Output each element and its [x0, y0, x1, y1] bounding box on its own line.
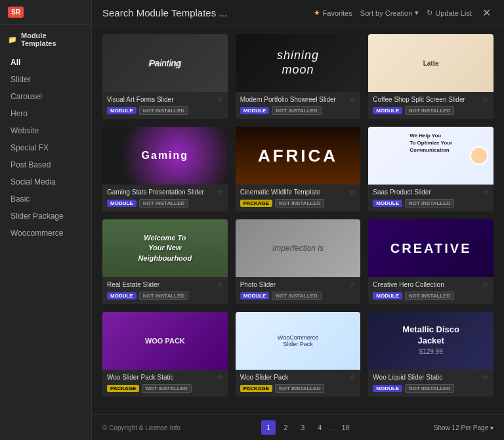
update-label: Update List [435, 9, 472, 17]
card-favorite-5[interactable]: ☆ [349, 188, 356, 196]
card-favorite-6[interactable]: ☆ [482, 188, 489, 196]
card-type-tag-3: MODULE [373, 107, 402, 114]
sidebar-item-post-based[interactable]: Post Based [0, 156, 91, 173]
card-favorite-12[interactable]: ☆ [482, 373, 489, 382]
card-favorite-10[interactable]: ☆ [217, 373, 223, 382]
card-info-1: Visual Art Forms Slider ☆ MODULE NOT INS… [102, 92, 228, 119]
page-title: Search Module Templates ... [102, 7, 306, 18]
sidebar-item-slider[interactable]: Slider [0, 71, 91, 88]
template-card-8[interactable]: Imperfection is Photo Slider ☆ MODULE NO… [236, 219, 361, 304]
page-btn-2[interactable]: 2 [278, 420, 293, 435]
sidebar-item-website[interactable]: Website [0, 122, 91, 139]
card-title-5: Cinematic Wildlife Template [240, 188, 347, 196]
card-favorite-3[interactable]: ☆ [482, 95, 489, 104]
template-card-4[interactable]: Gaming Gaming Stats Presentation Slider … [102, 127, 228, 211]
card-title-row-8: Photo Slider ☆ [240, 280, 356, 289]
card-info-12: Woo Liquid Slider Static ☆ MODULE NOT IN… [368, 370, 494, 397]
card-tags-11: PACKAGE NOT INSTALLED [240, 384, 356, 393]
logo-area: SR [0, 0, 91, 25]
template-card-9[interactable]: CREATIVE Creative Hero Collection ☆ MODU… [368, 219, 494, 304]
card-thumbnail-1: Painting [102, 34, 228, 92]
card-status-tag-4: NOT INSTALLED [139, 199, 188, 208]
card-favorite-8[interactable]: ☆ [349, 280, 356, 289]
template-card-12[interactable]: Metallic DiscoJacket$129.99 Woo Liquid S… [368, 312, 494, 397]
coffee-title: Latte [423, 60, 439, 67]
template-card-2[interactable]: shiningmoon Modern Portfolio Showreel Sl… [236, 34, 361, 119]
saas-title: We Help YouTo Optimize YourCommunication [410, 132, 452, 154]
card-tags-12: MODULE NOT INSTALLED [373, 384, 489, 393]
sidebar-item-all[interactable]: All [0, 54, 91, 71]
per-page-select[interactable]: Show 12 Per Page ▾ [434, 424, 494, 431]
sidebar-item-woocommerce[interactable]: Woocommerce [0, 225, 91, 242]
card-title-row-1: Visual Art Forms Slider ☆ [107, 95, 223, 104]
card-title-row-3: Coffee Shop Split Screen Slider ☆ [373, 95, 489, 104]
sidebar-item-social-media[interactable]: Social Media [0, 173, 91, 190]
card-tags-1: MODULE NOT INSTALLED [107, 106, 223, 115]
template-grid: Painting Visual Art Forms Slider ☆ MODUL… [102, 34, 494, 397]
main-panel: Search Module Templates ... ★ Favorites … [92, 0, 504, 440]
sort-button[interactable]: Sort by Creation ▾ [360, 9, 419, 17]
card-title-9: Creative Hero Collection [373, 280, 480, 289]
sidebar-item-special-fx[interactable]: Special FX [0, 139, 91, 156]
favorites-label: Favorites [323, 9, 352, 17]
page-btn-4[interactable]: 4 [312, 420, 327, 435]
card-title-row-2: Modern Portfolio Showreel Slider ☆ [240, 95, 356, 104]
card-status-tag-2: NOT INSTALLED [272, 106, 321, 115]
card-type-tag-9: MODULE [373, 292, 402, 299]
template-card-7[interactable]: Welcome ToYour NewNeighbourhood Real Est… [102, 219, 228, 304]
template-card-11[interactable]: WooCommerceSlider Pack Woo Slider Pack ☆… [236, 312, 361, 397]
card-status-tag-7: NOT INSTALLED [139, 292, 188, 300]
card-thumbnail-3: Latte [368, 34, 494, 92]
sidebar: SR 📁 Module Templates All Slider Carouse… [0, 0, 92, 440]
page-btn-3[interactable]: 3 [295, 420, 310, 435]
logo-badge: SR [8, 7, 24, 18]
card-status-tag-3: NOT INSTALLED [405, 106, 454, 115]
close-button[interactable]: ✕ [480, 7, 494, 19]
update-list-button[interactable]: ↻ Update List [427, 9, 472, 17]
card-favorite-4[interactable]: ☆ [217, 188, 223, 196]
favorites-button[interactable]: ★ Favorites [314, 9, 352, 17]
star-icon: ★ [314, 9, 320, 17]
template-card-3[interactable]: Latte Coffee Shop Split Screen Slider ☆ … [368, 34, 494, 119]
card-favorite-1[interactable]: ☆ [217, 95, 223, 104]
card-status-tag-9: NOT INSTALLED [405, 292, 454, 300]
card-title-12: Woo Liquid Slider Static [373, 373, 480, 382]
card-type-tag-2: MODULE [240, 107, 270, 114]
copyright-text: © Copyright & License Info [102, 424, 180, 431]
template-card-5[interactable]: AFRICA Cinematic Wildlife Template ☆ PAC… [236, 127, 361, 211]
card-status-tag-10: NOT INSTALLED [142, 384, 191, 393]
card-thumbnail-6: We Help YouTo Optimize YourCommunication [368, 127, 494, 185]
card-thumbnail-7: Welcome ToYour NewNeighbourhood [102, 219, 228, 277]
card-status-tag-11: NOT INSTALLED [275, 384, 324, 393]
card-type-tag-7: MODULE [107, 292, 136, 299]
sidebar-nav: All Slider Carousel Hero Website Special… [0, 51, 91, 440]
card-info-6: Saas Product Slider ☆ MODULE NOT INSTALL… [368, 185, 494, 211]
card-tags-7: MODULE NOT INSTALLED [107, 292, 223, 300]
card-info-5: Cinematic Wildlife Template ☆ PACKAGE NO… [236, 185, 361, 211]
template-card-10[interactable]: WOO PACK Woo Slider Pack Static ☆ PACKAG… [102, 312, 228, 397]
card-favorite-2[interactable]: ☆ [349, 95, 356, 104]
card-tags-9: MODULE NOT INSTALLED [373, 292, 489, 300]
sidebar-item-carousel[interactable]: Carousel [0, 88, 91, 105]
card-thumbnail-10: WOO PACK [102, 312, 228, 370]
card-favorite-11[interactable]: ☆ [349, 373, 356, 382]
folder-icon: 📁 [8, 35, 17, 44]
card-thumbnail-9: CREATIVE [368, 219, 494, 277]
card-tags-4: MODULE NOT INSTALLED [107, 199, 223, 208]
sidebar-section-header: 📁 Module Templates [0, 25, 91, 51]
card-title-row-5: Cinematic Wildlife Template ☆ [240, 188, 356, 196]
header-actions: ★ Favorites Sort by Creation ▾ ↻ Update … [314, 7, 494, 19]
sidebar-section-label: Module Templates [21, 32, 83, 47]
page-btn-18[interactable]: 18 [339, 420, 353, 435]
card-favorite-9[interactable]: ☆ [482, 280, 489, 289]
sidebar-item-basic[interactable]: Basic [0, 190, 91, 208]
sidebar-item-slider-package[interactable]: Slider Package [0, 208, 91, 225]
card-type-tag-5: PACKAGE [240, 200, 272, 207]
card-type-tag-4: MODULE [107, 200, 136, 207]
sidebar-item-hero[interactable]: Hero [0, 105, 91, 122]
card-favorite-7[interactable]: ☆ [217, 280, 223, 289]
card-status-tag-6: NOT INSTALLED [405, 199, 454, 208]
template-card-1[interactable]: Painting Visual Art Forms Slider ☆ MODUL… [102, 34, 228, 119]
page-btn-1[interactable]: 1 [261, 420, 276, 435]
template-card-6[interactable]: We Help YouTo Optimize YourCommunication… [368, 127, 494, 211]
